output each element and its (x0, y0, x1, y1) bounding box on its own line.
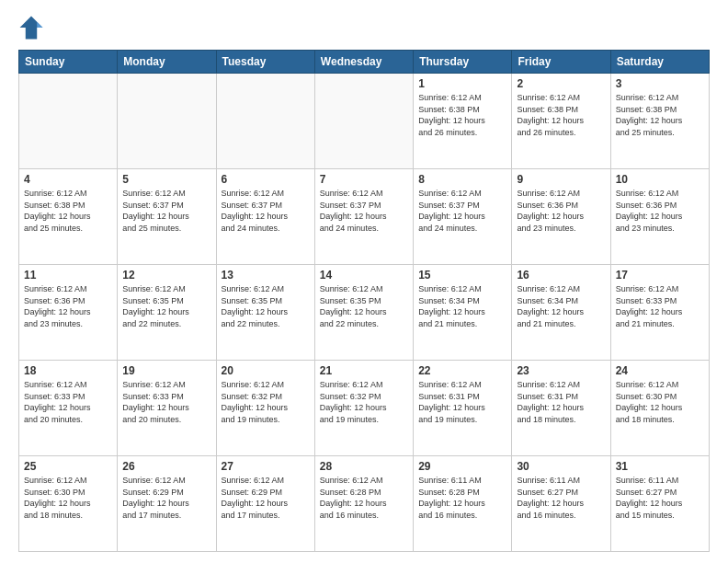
logo-icon (18, 15, 44, 40)
day-number: 2 (517, 77, 605, 90)
calendar-week-2: 11Sunrise: 6:12 AM Sunset: 6:36 PM Dayli… (19, 265, 710, 361)
calendar-cell: 1Sunrise: 6:12 AM Sunset: 6:38 PM Daylig… (414, 74, 512, 169)
calendar-cell: 3Sunrise: 6:12 AM Sunset: 6:38 PM Daylig… (610, 74, 709, 169)
day-number: 23 (517, 364, 605, 377)
calendar-cell: 21Sunrise: 6:12 AM Sunset: 6:32 PM Dayli… (314, 361, 413, 456)
day-number: 5 (122, 173, 210, 186)
day-info: Sunrise: 6:12 AM Sunset: 6:37 PM Dayligh… (418, 188, 506, 234)
day-number: 10 (616, 173, 704, 186)
day-info: Sunrise: 6:12 AM Sunset: 6:36 PM Dayligh… (517, 188, 605, 234)
calendar-cell: 4Sunrise: 6:12 AM Sunset: 6:38 PM Daylig… (19, 169, 118, 265)
calendar-cell: 30Sunrise: 6:11 AM Sunset: 6:27 PM Dayli… (512, 456, 610, 552)
calendar-cell: 15Sunrise: 6:12 AM Sunset: 6:34 PM Dayli… (414, 265, 512, 361)
day-info: Sunrise: 6:11 AM Sunset: 6:27 PM Dayligh… (616, 475, 704, 521)
day-number: 31 (616, 460, 704, 473)
calendar-cell: 28Sunrise: 6:12 AM Sunset: 6:28 PM Dayli… (314, 456, 413, 552)
calendar-cell (19, 74, 118, 169)
calendar-cell: 29Sunrise: 6:11 AM Sunset: 6:28 PM Dayli… (414, 456, 512, 552)
day-info: Sunrise: 6:12 AM Sunset: 6:33 PM Dayligh… (24, 379, 112, 425)
calendar-week-4: 25Sunrise: 6:12 AM Sunset: 6:30 PM Dayli… (19, 456, 710, 552)
day-number: 4 (24, 173, 112, 186)
day-info: Sunrise: 6:11 AM Sunset: 6:28 PM Dayligh… (418, 475, 506, 521)
calendar-cell (314, 74, 413, 169)
calendar-cell: 31Sunrise: 6:11 AM Sunset: 6:27 PM Dayli… (610, 456, 709, 552)
calendar-cell: 17Sunrise: 6:12 AM Sunset: 6:33 PM Dayli… (610, 265, 709, 361)
calendar-header-sunday: Sunday (19, 51, 118, 74)
calendar-header-thursday: Thursday (414, 51, 512, 74)
day-info: Sunrise: 6:12 AM Sunset: 6:29 PM Dayligh… (222, 475, 310, 521)
day-info: Sunrise: 6:12 AM Sunset: 6:28 PM Dayligh… (320, 475, 408, 521)
day-number: 12 (122, 269, 210, 282)
calendar-cell: 13Sunrise: 6:12 AM Sunset: 6:35 PM Dayli… (216, 265, 314, 361)
day-number: 25 (24, 460, 112, 473)
day-number: 14 (320, 269, 408, 282)
calendar-cell: 23Sunrise: 6:12 AM Sunset: 6:31 PM Dayli… (512, 361, 610, 456)
day-info: Sunrise: 6:12 AM Sunset: 6:34 PM Dayligh… (418, 283, 506, 329)
calendar-cell: 10Sunrise: 6:12 AM Sunset: 6:36 PM Dayli… (610, 169, 709, 265)
calendar-cell: 6Sunrise: 6:12 AM Sunset: 6:37 PM Daylig… (216, 169, 314, 265)
day-info: Sunrise: 6:12 AM Sunset: 6:35 PM Dayligh… (122, 283, 210, 329)
day-info: Sunrise: 6:12 AM Sunset: 6:32 PM Dayligh… (222, 379, 310, 425)
calendar-header-friday: Friday (512, 51, 610, 74)
day-number: 7 (320, 173, 408, 186)
calendar-header-monday: Monday (118, 51, 216, 74)
day-info: Sunrise: 6:12 AM Sunset: 6:30 PM Dayligh… (616, 379, 704, 425)
calendar-cell: 2Sunrise: 6:12 AM Sunset: 6:38 PM Daylig… (512, 74, 610, 169)
calendar-cell: 9Sunrise: 6:12 AM Sunset: 6:36 PM Daylig… (512, 169, 610, 265)
day-info: Sunrise: 6:12 AM Sunset: 6:36 PM Dayligh… (616, 188, 704, 234)
day-number: 1 (418, 77, 506, 90)
calendar-week-1: 4Sunrise: 6:12 AM Sunset: 6:38 PM Daylig… (19, 169, 710, 265)
day-number: 13 (222, 269, 310, 282)
day-number: 27 (222, 460, 310, 473)
day-number: 6 (222, 173, 310, 186)
day-number: 22 (418, 364, 506, 377)
day-number: 29 (418, 460, 506, 473)
calendar-week-3: 18Sunrise: 6:12 AM Sunset: 6:33 PM Dayli… (19, 361, 710, 456)
day-number: 8 (418, 173, 506, 186)
calendar-cell: 16Sunrise: 6:12 AM Sunset: 6:34 PM Dayli… (512, 265, 610, 361)
calendar-cell: 14Sunrise: 6:12 AM Sunset: 6:35 PM Dayli… (314, 265, 413, 361)
day-number: 15 (418, 269, 506, 282)
calendar-cell: 26Sunrise: 6:12 AM Sunset: 6:29 PM Dayli… (118, 456, 216, 552)
day-info: Sunrise: 6:12 AM Sunset: 6:29 PM Dayligh… (122, 475, 210, 521)
calendar-cell: 8Sunrise: 6:12 AM Sunset: 6:37 PM Daylig… (414, 169, 512, 265)
day-info: Sunrise: 6:12 AM Sunset: 6:31 PM Dayligh… (517, 379, 605, 425)
page: SundayMondayTuesdayWednesdayThursdayFrid… (0, 0, 728, 563)
day-info: Sunrise: 6:11 AM Sunset: 6:27 PM Dayligh… (517, 475, 605, 521)
day-info: Sunrise: 6:12 AM Sunset: 6:31 PM Dayligh… (418, 379, 506, 425)
day-number: 30 (517, 460, 605, 473)
day-info: Sunrise: 6:12 AM Sunset: 6:37 PM Dayligh… (222, 188, 310, 234)
day-info: Sunrise: 6:12 AM Sunset: 6:35 PM Dayligh… (222, 283, 310, 329)
day-info: Sunrise: 6:12 AM Sunset: 6:32 PM Dayligh… (320, 379, 408, 425)
calendar-table: SundayMondayTuesdayWednesdayThursdayFrid… (18, 50, 710, 552)
calendar-cell: 25Sunrise: 6:12 AM Sunset: 6:30 PM Dayli… (19, 456, 118, 552)
calendar-week-0: 1Sunrise: 6:12 AM Sunset: 6:38 PM Daylig… (19, 74, 710, 169)
day-info: Sunrise: 6:12 AM Sunset: 6:38 PM Dayligh… (24, 188, 112, 234)
day-number: 26 (122, 460, 210, 473)
day-info: Sunrise: 6:12 AM Sunset: 6:37 PM Dayligh… (320, 188, 408, 234)
day-info: Sunrise: 6:12 AM Sunset: 6:38 PM Dayligh… (517, 92, 605, 138)
day-info: Sunrise: 6:12 AM Sunset: 6:30 PM Dayligh… (24, 475, 112, 521)
day-number: 21 (320, 364, 408, 377)
calendar-cell: 5Sunrise: 6:12 AM Sunset: 6:37 PM Daylig… (118, 169, 216, 265)
calendar-cell: 7Sunrise: 6:12 AM Sunset: 6:37 PM Daylig… (314, 169, 413, 265)
svg-marker-1 (37, 22, 42, 28)
calendar-cell (216, 74, 314, 169)
day-number: 17 (616, 269, 704, 282)
calendar-cell: 12Sunrise: 6:12 AM Sunset: 6:35 PM Dayli… (118, 265, 216, 361)
day-number: 3 (616, 77, 704, 90)
day-info: Sunrise: 6:12 AM Sunset: 6:33 PM Dayligh… (616, 283, 704, 329)
calendar-cell: 27Sunrise: 6:12 AM Sunset: 6:29 PM Dayli… (216, 456, 314, 552)
day-info: Sunrise: 6:12 AM Sunset: 6:38 PM Dayligh… (616, 92, 704, 138)
day-number: 19 (122, 364, 210, 377)
day-info: Sunrise: 6:12 AM Sunset: 6:34 PM Dayligh… (517, 283, 605, 329)
calendar-cell: 19Sunrise: 6:12 AM Sunset: 6:33 PM Dayli… (118, 361, 216, 456)
calendar-cell: 18Sunrise: 6:12 AM Sunset: 6:33 PM Dayli… (19, 361, 118, 456)
day-number: 24 (616, 364, 704, 377)
calendar-cell: 20Sunrise: 6:12 AM Sunset: 6:32 PM Dayli… (216, 361, 314, 456)
calendar-header-tuesday: Tuesday (216, 51, 314, 74)
day-number: 16 (517, 269, 605, 282)
day-info: Sunrise: 6:12 AM Sunset: 6:35 PM Dayligh… (320, 283, 408, 329)
day-number: 28 (320, 460, 408, 473)
day-info: Sunrise: 6:12 AM Sunset: 6:38 PM Dayligh… (418, 92, 506, 138)
